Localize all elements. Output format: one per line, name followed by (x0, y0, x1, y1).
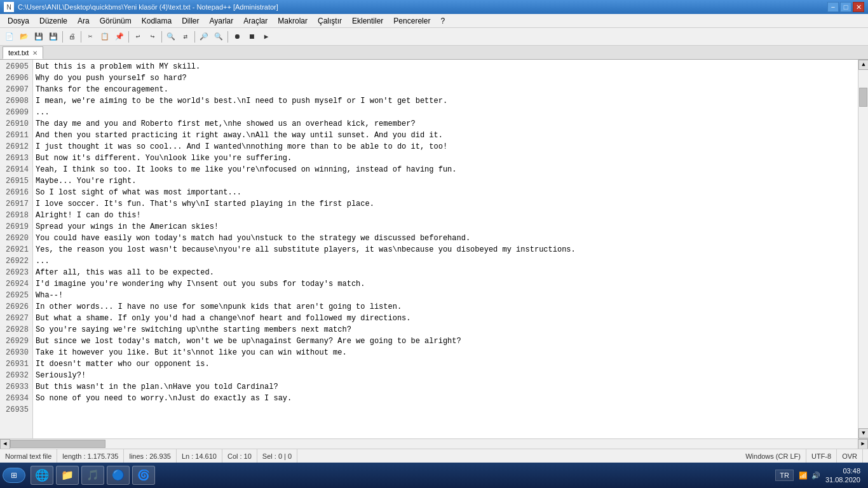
line-text: So I lost sight of what was most importa… (36, 187, 855, 198)
zoom-in-button[interactable]: 🔎 (197, 30, 211, 44)
line-text: Wha--! (36, 290, 855, 301)
scroll-track-v[interactable] (858, 70, 868, 428)
maximize-button[interactable]: □ (840, 2, 851, 12)
tab-close-button[interactable]: ✕ (32, 50, 37, 57)
menu-item-pencereler[interactable]: Pencereler (388, 14, 435, 27)
undo-button[interactable]: ↩ (131, 30, 145, 44)
horizontal-scrollbar[interactable]: ◄ ► (0, 439, 868, 449)
redo-button[interactable]: ↪ (146, 30, 159, 44)
line-number: 26921 (1, 244, 29, 255)
cut-button[interactable]: ✂ (83, 30, 97, 44)
taskbar-apps: 🌐 📁 🎵 🔵 🌀 (31, 466, 775, 485)
title-bar-left: N C:\Users\ANIL\Desktop\quickbms\Yeni kl… (4, 2, 278, 12)
find-button[interactable]: 🔍 (164, 30, 178, 44)
replace-button[interactable]: ⇄ (179, 30, 193, 44)
line-text: I love soccer. It's fun. That's why\nI s… (36, 198, 855, 210)
menu-bar: DosyaDüzenleAraGörünümKodlamaDillerAyarl… (0, 14, 868, 28)
line-number: 26912 (1, 141, 29, 152)
length-status: length : 1.175.735 (57, 449, 124, 463)
menu-item-araçlar[interactable]: Araçlar (238, 14, 273, 27)
menu-item-diller[interactable]: Diller (177, 14, 204, 27)
new-button[interactable]: 📄 (3, 30, 17, 44)
system-tray: 📶 🔊 (799, 471, 820, 480)
sep4 (161, 31, 162, 43)
print-button[interactable]: 🖨 (65, 30, 79, 44)
macro-stop-button[interactable]: ⏹ (245, 30, 259, 44)
line-number: 26905 (1, 61, 29, 72)
line-text: Take it however you like. But it's\nnot … (36, 347, 855, 358)
save-all-button[interactable]: 💾 (46, 30, 60, 44)
line-text: You could have easily won today's match … (36, 233, 855, 244)
title-bar-controls: − □ ✕ (827, 2, 864, 12)
scroll-right-button[interactable]: ► (858, 439, 868, 449)
line-number: 26916 (1, 187, 29, 198)
paste-button[interactable]: 📌 (112, 30, 126, 44)
line-number: 26911 (1, 130, 29, 141)
col-status: Col : 10 (222, 449, 257, 463)
encoding-status: UTF-8 (806, 449, 837, 463)
tab-bar: text.txt ✕ (0, 46, 868, 60)
menu-item-makrolar[interactable]: Makrolar (273, 14, 313, 27)
title-bar: N C:\Users\ANIL\Desktop\quickbms\Yeni kl… (0, 0, 868, 14)
line-text: The day me and you and Roberto first met… (36, 118, 855, 130)
line-text: Maybe... You're right. (36, 175, 855, 187)
line-number: 26923 (1, 267, 29, 278)
lines-status: lines : 26.935 (124, 449, 176, 463)
macro-play-button[interactable]: ▶ (259, 30, 273, 44)
line-number: 26919 (1, 221, 29, 233)
menu-item-düzenle[interactable]: Düzenle (34, 14, 72, 27)
menu-item-dosya[interactable]: Dosya (3, 14, 34, 27)
line-text: Spread your wings in the American skies! (36, 221, 855, 233)
taskbar-media-icon[interactable]: 🎵 (81, 466, 104, 485)
language-indicator: TR (775, 470, 794, 481)
sep5 (194, 31, 195, 43)
line-text: After all, this was all to be expected. (36, 267, 855, 278)
scroll-up-button[interactable]: ▲ (858, 60, 868, 70)
taskbar-extra-icon[interactable]: 🌀 (132, 466, 155, 485)
time-display: 03:48 (825, 466, 860, 475)
save-button[interactable]: 💾 (32, 30, 46, 44)
menu-item-çalıştır[interactable]: Çalıştır (313, 14, 347, 27)
minimize-button[interactable]: − (827, 2, 839, 12)
copy-button[interactable]: 📋 (98, 30, 112, 44)
tab-text-txt[interactable]: text.txt ✕ (3, 46, 43, 59)
menu-item-kodlama[interactable]: Kodlama (137, 14, 177, 27)
line-text: Yeah, I think so too. It looks to me lik… (36, 164, 855, 175)
line-number: 26920 (1, 233, 29, 244)
line-number: 26922 (1, 255, 29, 267)
taskbar-chrome-icon[interactable]: 🔵 (107, 466, 130, 485)
taskbar-explorer-icon[interactable]: 📁 (56, 466, 79, 485)
line-text: Seriously?! (36, 370, 855, 381)
scroll-thumb-v[interactable] (859, 88, 867, 107)
line-text: And then you started practicing it right… (36, 130, 855, 141)
windows-logo: ⊞ (11, 471, 17, 480)
menu-item-görünüm[interactable]: Görünüm (95, 14, 137, 27)
status-bar: Normal text file length : 1.175.735 line… (0, 449, 868, 463)
vertical-scrollbar[interactable]: ▲ ▼ (858, 60, 868, 438)
line-text: But this wasn't in the plan.\nHave you t… (36, 381, 855, 393)
menu-item-?[interactable]: ? (435, 14, 450, 27)
taskbar-ie-icon[interactable]: 🌐 (31, 466, 53, 485)
start-button[interactable]: ⊞ (3, 468, 25, 483)
line-text: ... (36, 255, 855, 267)
ln-status: Ln : 14.610 (177, 449, 222, 463)
text-editor[interactable]: But this is a problem with MY skill.Why … (33, 60, 858, 438)
menu-item-ayarlar[interactable]: Ayarlar (204, 14, 238, 27)
scroll-thumb-h[interactable] (10, 440, 105, 448)
line-number: 26909 (1, 107, 29, 118)
macro-record-button[interactable]: ⏺ (230, 30, 244, 44)
line-text: So you're saying we're switching up\nthe… (36, 324, 855, 336)
close-button[interactable]: ✕ (853, 2, 864, 12)
scroll-left-button[interactable]: ◄ (0, 439, 10, 449)
menu-item-eklentiler[interactable]: Eklentiler (347, 14, 388, 27)
app-icon: N (4, 2, 14, 12)
scroll-down-button[interactable]: ▼ (858, 428, 868, 438)
open-button[interactable]: 📂 (17, 30, 31, 44)
zoom-out-button[interactable]: 🔍 (212, 30, 226, 44)
scroll-track-h[interactable] (10, 439, 858, 449)
sel-status: Sel : 0 | 0 (257, 449, 297, 463)
main-content: 2690526906269072690826909269102691126912… (0, 60, 868, 438)
menu-item-ara[interactable]: Ara (72, 14, 95, 27)
line-number: 26926 (1, 301, 29, 313)
sep2 (81, 31, 81, 43)
